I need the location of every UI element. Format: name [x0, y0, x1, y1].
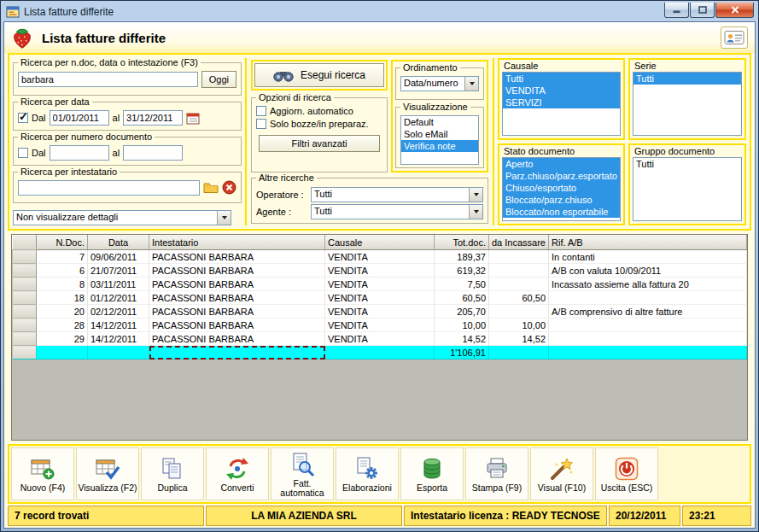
toolbar-button-duplica[interactable]: Duplica — [141, 447, 204, 500]
row-selector-cell[interactable] — [13, 346, 37, 360]
group-altre-ricerche: Altre ricerche Operatore : Tutti Agente … — [251, 178, 488, 224]
listbox-item[interactable]: Tutti — [503, 73, 620, 85]
table-row[interactable]: 803/11/2011PACASSONI BARBARAVENDITA7,50I… — [13, 278, 747, 291]
listbox-item[interactable]: Solo eMail — [401, 128, 478, 140]
column-header[interactable]: da Incassare — [489, 236, 549, 250]
listbox-item[interactable]: Verifica note — [401, 140, 478, 152]
al-label: al — [113, 148, 120, 158]
table-row[interactable]: 621/07/2011PACASSONI BARBARAVENDITA619,3… — [13, 264, 747, 278]
documents-gear-icon — [354, 455, 380, 482]
numero-from-input[interactable] — [50, 145, 109, 161]
causale-listbox[interactable]: TuttiVENDITASERVIZI — [502, 72, 621, 136]
table-row[interactable]: 1801/12/2011PACASSONI BARBARAVENDITA60,5… — [13, 291, 747, 305]
table-plus-icon — [30, 455, 55, 482]
combo-value: Data/numero — [401, 77, 464, 91]
focused-cell[interactable] — [149, 346, 325, 360]
contact-card-button[interactable] — [721, 26, 748, 49]
status-date: 20/12/2011 — [609, 506, 680, 526]
close-button[interactable] — [715, 3, 754, 18]
numero-to-input[interactable] — [123, 145, 183, 161]
toolbar-button-uscita-esc[interactable]: Uscita (ESC) — [595, 447, 658, 500]
filtri-avanzati-button[interactable]: Filtri avanzati — [259, 135, 380, 152]
table-row[interactable]: 2914/12/2011PACASSONI BARBARAVENDITA14,5… — [13, 332, 747, 346]
row-selector-cell[interactable] — [13, 319, 37, 332]
convert-arrows-icon — [225, 455, 250, 482]
column-header[interactable]: Intestatario — [149, 236, 325, 250]
row-selector-cell[interactable] — [13, 291, 37, 305]
total-row[interactable]: 1'106,91 — [13, 346, 747, 360]
operatore-select[interactable]: Tutti — [311, 187, 483, 202]
records-count: 7 record trovati — [8, 506, 204, 526]
minimize-button[interactable] — [664, 3, 689, 18]
toolbar-button-elaborazioni[interactable]: Elaborazioni — [336, 447, 399, 500]
date-dal-checkbox[interactable] — [18, 113, 28, 123]
solo-bozze-checkbox[interactable] — [256, 119, 266, 129]
search-input[interactable] — [18, 72, 198, 87]
calendar-icon[interactable] — [186, 112, 200, 125]
group-label: Ordinamento — [400, 62, 460, 73]
column-header[interactable]: N.Doc. — [37, 236, 88, 250]
intestatario-input[interactable] — [18, 180, 200, 196]
visualizzazione-listbox[interactable]: DefaultSolo eMailVerifica note — [400, 115, 479, 165]
row-selector-cell[interactable] — [13, 250, 37, 264]
column-header[interactable]: Rif. A/B — [549, 236, 747, 250]
combo-value: Non visualizzare dettagli — [14, 211, 217, 225]
listbox-item[interactable]: Chiuso/esportato — [503, 182, 620, 194]
column-header[interactable]: Tot.doc. — [435, 236, 489, 250]
oggi-button[interactable]: Oggi — [201, 71, 236, 88]
toolbar-button-esporta[interactable]: Esporta — [400, 447, 464, 500]
column-header[interactable]: Data — [88, 236, 149, 250]
row-selector-cell[interactable] — [13, 332, 37, 346]
stato-documento-listbox[interactable]: ApertoParz.chiuso/parz.esportatoChiuso/e… — [502, 157, 621, 221]
toolbar-button-label: Converti — [220, 483, 254, 493]
listbox-item[interactable]: Tutti — [633, 158, 741, 170]
group-label: Visualizzazione — [400, 102, 470, 112]
row-selector-cell[interactable] — [13, 278, 37, 291]
search-column: Ricerca per n.doc, data o intestazione (… — [13, 58, 242, 225]
clear-red-x-icon[interactable] — [222, 180, 236, 195]
toolbar-button-converti[interactable]: Converti — [206, 447, 269, 500]
table-row[interactable]: 2814/12/2011PACASSONI BARBARAVENDITA10,0… — [13, 319, 747, 332]
row-selector-cell[interactable] — [13, 264, 37, 278]
toolbar-button-stampa-f9[interactable]: Stampa (F9) — [465, 447, 528, 500]
dettagli-select[interactable]: Non visualizzare dettagli — [13, 210, 231, 225]
listbox-item[interactable]: SERVIZI — [503, 96, 620, 108]
esegui-frame: Esegui ricerca — [251, 60, 388, 91]
listbox-item[interactable]: Default — [401, 116, 478, 128]
listbox-item[interactable]: Aperto — [503, 158, 620, 170]
row-selector-cell[interactable] — [13, 305, 37, 319]
table-row[interactable]: 709/06/2011PACASSONI BARBARAVENDITA189,3… — [13, 250, 747, 264]
listbox-item[interactable]: Bloccato/non esportabile — [503, 206, 620, 218]
database-export-icon — [419, 455, 445, 482]
maximize-button[interactable] — [690, 3, 715, 18]
date-to-input[interactable] — [123, 110, 183, 126]
listbox-item[interactable]: VENDITA — [503, 85, 620, 96]
table-row[interactable]: 2002/12/2011PACASSONI BARBARAVENDITA205,… — [13, 305, 747, 319]
toolbar-button-nuovo-f4[interactable]: Nuovo (F4) — [11, 447, 74, 500]
listbox-item[interactable]: Bloccato/parz.chiuso — [503, 194, 620, 206]
esegui-ricerca-button[interactable]: Esegui ricerca — [254, 63, 384, 87]
app-header: Lista fatture differite — [4, 22, 755, 53]
cell-incassare — [489, 250, 549, 264]
toolbar-button-visualizza-f2[interactable]: Visualizza (F2) — [76, 447, 139, 500]
aggiorn-automatico-checkbox[interactable] — [256, 106, 266, 116]
window-body: Lista fatture differite Ricerca per n.do… — [3, 21, 756, 529]
folder-open-icon[interactable] — [203, 181, 219, 194]
column-header[interactable]: Causale — [325, 236, 435, 250]
cell-rif: A/B con valuta 10/09/2011 — [549, 264, 747, 278]
gruppo-documento-listbox[interactable]: Tutti — [633, 157, 742, 221]
agente-select[interactable]: Tutti — [311, 204, 483, 219]
listbox-item[interactable]: Parz.chiuso/parz.esportato — [503, 170, 620, 182]
listbox-item[interactable]: Tutti — [633, 73, 741, 85]
serie-listbox[interactable]: Tutti — [633, 72, 742, 136]
ordinamento-select[interactable]: Data/numero — [400, 76, 479, 91]
toolbar-button-label: Duplica — [157, 483, 187, 493]
page-title: Lista fatture differite — [42, 31, 166, 45]
cell-ndoc: 29 — [37, 332, 88, 346]
date-from-input[interactable] — [50, 110, 109, 126]
group-visualizzazione: Visualizzazione DefaultSolo eMailVerific… — [395, 107, 484, 168]
toolbar-button-visual-f10[interactable]: Visual (F10) — [530, 447, 593, 500]
numero-dal-checkbox[interactable] — [18, 148, 28, 158]
cell-tot: 205,70 — [435, 305, 489, 319]
toolbar-button-fatt-automatica[interactable]: Fatt. automatica — [271, 447, 334, 500]
